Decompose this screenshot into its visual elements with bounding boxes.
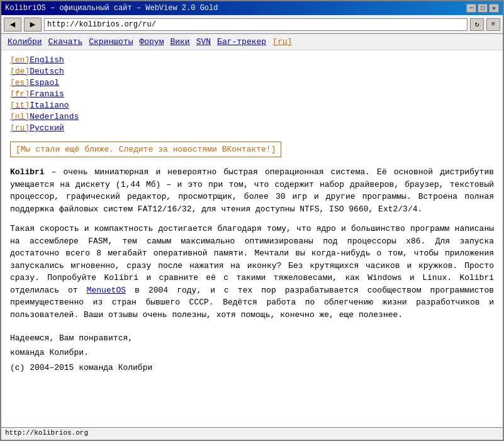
para2-text: Такая скорость и компактность достигаетс…	[10, 224, 494, 295]
status-bar: http://kolibrios.org	[1, 427, 503, 440]
title-bar: KolibriOS – официальный сайт – WebView 2…	[1, 1, 503, 15]
main-article: Kolibri – очень миниатюрная и невероятно…	[10, 166, 494, 321]
kolibri-brand: Kolibri	[10, 167, 45, 177]
maximize-button[interactable]: □	[478, 4, 488, 13]
menuetos-link[interactable]: MenuetOS	[87, 286, 126, 295]
window-controls: − □ ✕	[466, 4, 499, 13]
menu-button[interactable]: ≡	[486, 18, 500, 31]
menu-icon: ≡	[491, 21, 495, 28]
lang-nl-link[interactable]: [nl]Nederlands	[10, 112, 79, 121]
status-url: http://kolibrios.org	[5, 429, 88, 437]
page-content: [en]English [de]Deutsch [es]Espaol [fr]F…	[1, 50, 503, 427]
nav-screenshots[interactable]: Скриншоты	[89, 37, 133, 47]
lang-en-link[interactable]: [en]English	[10, 55, 64, 65]
minimize-button[interactable]: −	[466, 4, 476, 13]
paragraph-2: Такая скорость и компактность достигаетс…	[10, 223, 494, 321]
closing-section: Надеемся, Вам понравится, команда Колибр…	[10, 331, 494, 375]
list-item: [de]Deutsch	[10, 67, 494, 76]
closing-line-2: команда Колибри.	[10, 345, 494, 360]
nav-lang-ru[interactable]: [ru]	[272, 37, 292, 47]
forward-button[interactable]: ▶	[24, 18, 42, 31]
lang-es-link[interactable]: [es]Espaol	[10, 78, 59, 87]
list-item: [nl]Nederlands	[10, 112, 494, 121]
site-nav: Колибри Скачать Скриншоты Форум Вики SVN…	[1, 34, 503, 50]
nav-svn[interactable]: SVN	[196, 37, 211, 47]
forward-icon: ▶	[30, 19, 35, 30]
refresh-button[interactable]: ↻	[470, 18, 484, 31]
nav-kolibri[interactable]: Колибри	[8, 37, 42, 47]
browser-window: KolibriOS – официальный сайт – WebView 2…	[0, 0, 504, 441]
alert-banner: [Мы стали ещё ближе. Следите за новостям…	[10, 142, 281, 157]
refresh-icon: ↻	[474, 20, 479, 29]
list-item: [en]English	[10, 55, 494, 65]
window-title: KolibriOS – официальный сайт – WebView 2…	[5, 4, 218, 13]
lang-de-link[interactable]: [de]Deutsch	[10, 67, 64, 76]
list-item: [es]Espaol	[10, 78, 494, 87]
para1-text: – очень миниатюрная и невероятно быстрая…	[10, 167, 494, 214]
nav-wiki[interactable]: Вики	[170, 37, 189, 47]
language-list: [en]English [de]Deutsch [es]Espaol [fr]F…	[10, 55, 494, 133]
list-item: [fr]Franais	[10, 89, 494, 99]
browser-toolbar: ◀ ▶ ↻ ≡	[1, 15, 503, 34]
lang-fr-link[interactable]: [fr]Franais	[10, 89, 64, 99]
closing-line-1: Надеемся, Вам понравится,	[10, 331, 494, 345]
closing-line-3: (с) 2004–2015 команда Колибри	[10, 360, 494, 375]
lang-it-link[interactable]: [it]Italiano	[10, 101, 69, 110]
paragraph-1: Kolibri – очень миниатюрная и невероятно…	[10, 166, 494, 215]
list-item: [it]Italiano	[10, 101, 494, 110]
lang-ru-link[interactable]: [ru]Русский	[10, 123, 64, 133]
list-item: [ru]Русский	[10, 123, 494, 133]
address-bar[interactable]	[44, 18, 468, 31]
nav-download[interactable]: Скачать	[48, 37, 83, 47]
nav-forum[interactable]: Форум	[139, 37, 164, 47]
back-icon: ◀	[10, 19, 15, 30]
back-button[interactable]: ◀	[4, 18, 21, 31]
alert-text: [Мы стали ещё ближе. Следите за новостям…	[16, 145, 276, 154]
nav-bugtracker[interactable]: Баг-трекер	[217, 37, 266, 47]
close-button[interactable]: ✕	[489, 4, 499, 13]
